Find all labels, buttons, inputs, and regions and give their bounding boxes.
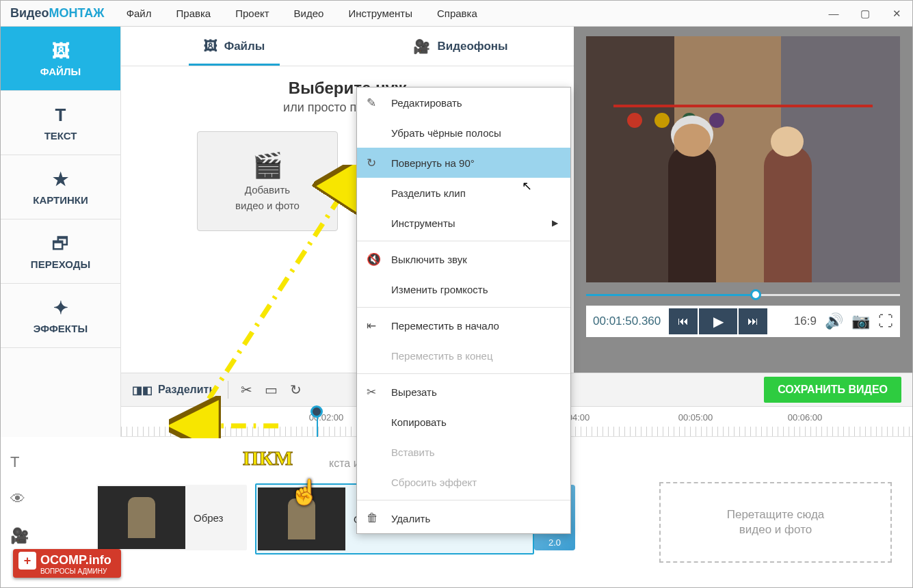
menu-project[interactable]: Проект [223, 8, 281, 19]
logo-text-2: МОНТАЖ [49, 6, 105, 21]
text-track-icon[interactable]: T [10, 453, 29, 471]
hand-cursor-icon: ☝️ [289, 478, 320, 507]
separator [357, 307, 570, 308]
video-figure [668, 146, 716, 282]
menu-tools[interactable]: Инструменты [336, 8, 425, 19]
playhead-handle[interactable] [310, 405, 323, 418]
plus-icon: + [18, 552, 36, 570]
drop-text: Перетащите сюда [727, 508, 825, 521]
rotate-icon: ↻ [367, 156, 376, 170]
divider [228, 381, 228, 399]
menu-file[interactable]: Файл [114, 8, 164, 19]
ruler-mark: 00:05:00 [678, 412, 713, 423]
image-icon: 🖼 [52, 40, 70, 62]
ctx-tools-submenu[interactable]: Инструменты▶ [357, 208, 570, 238]
tab-label: Видеофоны [437, 40, 507, 53]
mouse-cursor: ↖ [522, 178, 532, 193]
ctx-move-end: Переместить в конец [357, 340, 570, 371]
ctx-delete[interactable]: 🗑Удалить [357, 503, 570, 533]
video-frame [586, 36, 900, 282]
scissors-icon: ✂ [367, 385, 376, 399]
ctx-remove-bars[interactable]: Убрать чёрные полосы [357, 118, 570, 148]
separator [357, 241, 570, 241]
ctx-edit[interactable]: ✎Редактировать [357, 88, 570, 118]
aspect-ratio: 16:9 [794, 315, 817, 328]
visibility-icon[interactable]: 👁 [10, 490, 29, 508]
sidebar-item-effects[interactable]: ✦ ЭФФЕКТЫ [1, 284, 120, 348]
prev-button[interactable]: ⏮ [669, 308, 698, 334]
annotation-label: ПКМ [243, 446, 293, 470]
sidebar-label: ФАЙЛЫ [40, 66, 81, 77]
ctx-split-clip[interactable]: Разделить клип [357, 178, 570, 208]
clip-label: Обрез [187, 512, 230, 524]
sidebar-item-pictures[interactable]: ★ КАРТИНКИ [1, 155, 120, 219]
ctx-reset-effect: Сбросить эффект [357, 467, 570, 497]
clip-1[interactable]: Обрез [96, 485, 247, 550]
decoration [627, 113, 642, 128]
separator [357, 500, 570, 500]
drop-zone[interactable]: Перетащите сюда видео и фото [659, 482, 892, 563]
trash-icon: 🗑 [367, 511, 378, 525]
ctx-paste: Вставить [357, 437, 570, 467]
fullscreen-icon[interactable]: ⛶ [878, 312, 893, 330]
rotate-icon[interactable]: ↻ [290, 382, 302, 398]
slider-fill [586, 294, 756, 296]
save-video-button[interactable]: СОХРАНИТЬ ВИДЕО [764, 377, 901, 403]
watermark-text: OCOMP.info [40, 553, 111, 567]
slider-thumb[interactable] [750, 289, 761, 300]
ctx-move-start[interactable]: ⇤Переместить в начало [357, 310, 570, 340]
cut-icon[interactable]: ✂ [241, 382, 252, 398]
snapshot-icon[interactable]: 📷 [851, 312, 870, 330]
clip-thumbnail [98, 486, 185, 549]
drop-text: видео и фото [739, 523, 812, 536]
volume-icon[interactable]: 🔊 [825, 312, 843, 330]
next-button[interactable]: ⏭ [739, 308, 767, 334]
tile-add-video[interactable]: 🎬 Добавить видео и фото [197, 131, 338, 231]
transitions-icon: 🗗 [52, 233, 70, 254]
sidebar-label: КАРТИНКИ [33, 194, 88, 206]
tab-files[interactable]: 🖼 Файлы [121, 27, 347, 66]
sidebar-item-text[interactable]: T ТЕКСТ [1, 91, 120, 155]
preview-controls: 00:01:50.360 ⏮ ▶ ⏭ 16:9 🔊 📷 ⛶ [586, 306, 900, 337]
tab-videobg[interactable]: 🎥 Видеофоны [347, 27, 574, 66]
menu-help[interactable]: Справка [425, 8, 490, 19]
watermark-sub: ВОПРОСЫ АДМИНУ [40, 567, 111, 575]
video-figure [764, 146, 812, 282]
preview-video [586, 36, 900, 282]
split-button[interactable]: ◨◧ Разделить [132, 384, 215, 397]
menu-edit[interactable]: Правка [164, 8, 224, 19]
video-track-icon[interactable]: 🎥 [10, 527, 29, 545]
ctx-cut[interactable]: ✂Вырезать [357, 377, 570, 407]
watermark: + OCOMP.info ВОПРОСЫ АДМИНУ [13, 549, 121, 578]
decoration [613, 105, 873, 107]
sidebar-item-transitions[interactable]: 🗗 ПЕРЕХОДЫ [1, 219, 120, 284]
current-time: 00:01:50.360 [593, 315, 661, 328]
tile-label: видео и фото [235, 200, 300, 211]
track-icons: T 👁 🎥 [10, 453, 29, 545]
sidebar-label: ЭФФЕКТЫ [34, 323, 88, 334]
pencil-icon: ✎ [367, 96, 376, 110]
ruler-mark: 00:06:00 [788, 412, 823, 423]
split-icon: ◨◧ [132, 384, 153, 397]
ctx-copy[interactable]: Копировать [357, 407, 570, 437]
ctx-volume[interactable]: Изменить громкость [357, 274, 570, 304]
separator [357, 373, 570, 374]
playback-slider[interactable] [586, 289, 900, 300]
maximize-button[interactable]: ▢ [849, 1, 881, 26]
decoration [654, 113, 670, 128]
close-button[interactable]: ✕ [881, 1, 912, 26]
ctx-rotate-90[interactable]: ↻Повернуть на 90° [357, 148, 570, 178]
sidebar-item-files[interactable]: 🖼 ФАЙЛЫ [1, 27, 120, 91]
menu-video[interactable]: Видео [282, 8, 336, 19]
ctx-mute[interactable]: 🔇Выключить звук [357, 244, 570, 274]
play-button[interactable]: ▶ [699, 308, 737, 334]
logo-text-1: Видео [10, 6, 49, 21]
clapper-icon: 🎬 [252, 151, 283, 180]
move-start-icon: ⇤ [367, 319, 376, 333]
camera-icon: 🎥 [413, 38, 430, 55]
crop-icon[interactable]: ▭ [265, 382, 278, 398]
transition-duration: 2.0 [548, 537, 561, 548]
tab-label: Файлы [224, 40, 265, 53]
minimize-button[interactable]: — [818, 1, 849, 26]
playback-buttons: ⏮ ▶ ⏭ [669, 308, 767, 334]
